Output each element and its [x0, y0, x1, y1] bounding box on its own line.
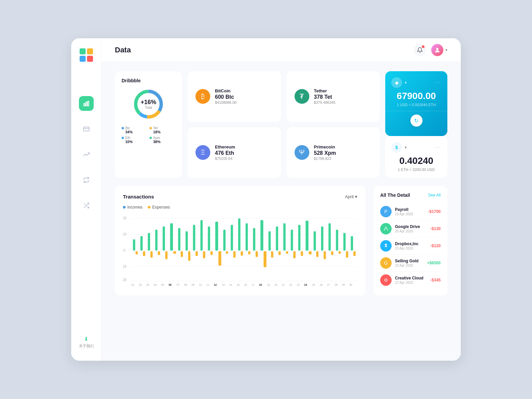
- svg-rect-45: [195, 251, 198, 256]
- svg-rect-77: [316, 251, 318, 257]
- svg-rect-7: [83, 127, 89, 131]
- payroll-info: Payroll 19 Apr 2020: [395, 207, 425, 216]
- donut-sub: Total: [141, 106, 157, 109]
- transactions-title: Transactions: [123, 194, 154, 200]
- sidebar-nav: [79, 96, 94, 336]
- svg-text:16: 16: [244, 283, 247, 287]
- svg-rect-87: [353, 251, 356, 256]
- primecoin-amount: 528 Xpm: [314, 150, 372, 156]
- eth-dots[interactable]: ···: [435, 80, 441, 86]
- svg-rect-68: [283, 223, 286, 251]
- crypto-grid: ₿ BitCoin 600 Btc $4108086.00 ₮ Tether: [187, 71, 380, 178]
- svg-text:21: 21: [282, 283, 285, 287]
- details-header: All The Detail See All: [380, 192, 441, 198]
- svg-text:01: 01: [132, 283, 135, 287]
- svg-text:03: 03: [146, 283, 149, 287]
- eth-rate: 1 USD = 0.002840 ETH: [391, 103, 441, 107]
- svg-rect-54: [231, 225, 233, 251]
- svg-rect-5: [86, 102, 87, 106]
- crypto-tether: ₮ Tether 378 Tet $379.486345: [286, 71, 380, 122]
- svg-text:02: 02: [139, 283, 142, 287]
- svg-rect-50: [215, 222, 218, 251]
- gold-name: Selling Gold: [395, 259, 424, 263]
- avatar-chevron: ▾: [445, 48, 447, 52]
- svg-text:10: 10: [199, 283, 202, 287]
- main-area: Data ▾: [101, 38, 461, 361]
- transactions-card: Transactions April ▾ Incomes: [115, 186, 365, 296]
- notification-bell[interactable]: [414, 44, 426, 56]
- svg-text:29: 29: [342, 283, 345, 287]
- sidebar-item-shuffle[interactable]: [79, 198, 94, 213]
- dribbble-title: Dribbble: [122, 78, 175, 83]
- gdrive-date: 20 Apr 2020: [395, 229, 427, 233]
- notification-dot: [422, 45, 425, 48]
- dropbox-date: 23 Apr 2020: [395, 247, 427, 250]
- user-avatar-container[interactable]: ▾: [431, 44, 447, 56]
- cc-date: 27 Apr 2020: [395, 281, 427, 284]
- transactions-chart: 20 10 0 -10 -20: [123, 214, 357, 287]
- svg-text:-20: -20: [123, 278, 127, 282]
- svg-rect-83: [339, 251, 341, 254]
- details-card: All The Detail See All P Payroll 19 Apr …: [373, 186, 447, 296]
- svg-rect-38: [170, 223, 173, 251]
- tether-amount: 378 Tet: [314, 94, 372, 100]
- eth-dropdown[interactable]: ▾: [405, 80, 407, 85]
- legend-tet: Tet 18%: [149, 126, 175, 134]
- ethereum-info: Ethereum 476 Eth $75155.64: [215, 144, 273, 161]
- svg-rect-49: [210, 251, 213, 255]
- svg-text:04: 04: [154, 283, 157, 287]
- svg-rect-1: [87, 48, 93, 54]
- usd-dropdown[interactable]: ▾: [405, 145, 407, 150]
- sidebar: ⬇ 关于我们: [71, 38, 101, 361]
- logo[interactable]: [79, 48, 94, 62]
- svg-point-119: [386, 280, 387, 281]
- svg-rect-31: [143, 251, 145, 256]
- legend-eth: Eth 10%: [122, 136, 147, 144]
- usd-dots[interactable]: ···: [435, 144, 441, 150]
- svg-rect-48: [208, 226, 210, 251]
- svg-rect-37: [165, 251, 168, 259]
- svg-rect-3: [87, 56, 93, 62]
- svg-text:27: 27: [327, 283, 330, 287]
- month-dropdown[interactable]: April ▾: [345, 194, 357, 199]
- exchange-swap-btn[interactable]: ↻: [410, 115, 423, 127]
- sidebar-item-trends[interactable]: [79, 147, 94, 162]
- svg-rect-61: [256, 251, 258, 257]
- svg-rect-78: [321, 226, 323, 251]
- donut-legend: Btc 34% Tet 18% Eth 10%: [122, 126, 175, 144]
- ethereum-amount: 476 Eth: [215, 150, 273, 156]
- svg-rect-32: [148, 233, 150, 251]
- dropbox-name: Dropbox,Inc: [395, 241, 427, 246]
- gold-date: 23 Apr 2020: [395, 264, 424, 267]
- gdrive-amount: -$130: [430, 226, 441, 231]
- page-title: Data: [115, 46, 131, 54]
- donut-chart: +16% Total: [132, 87, 165, 121]
- crypto-ethereum: Ξ Ethereum 476 Eth $75155.64: [187, 127, 281, 178]
- exchange-stack: ◆ ▾ ··· 67900.00 1 USD = 0.002840 ETH ↻: [385, 71, 447, 178]
- exchange-eth-card: ◆ ▾ ··· 67900.00 1 USD = 0.002840 ETH ↻: [385, 71, 447, 136]
- dribbble-card: Dribbble: [115, 71, 182, 178]
- sidebar-item-cards[interactable]: [79, 122, 94, 136]
- see-all-button[interactable]: See All: [428, 193, 441, 197]
- exchange-usd-card: $ ▾ ··· 0.40240 1 ETH = 3200.00 USD: [385, 136, 447, 178]
- primecoin-icon: Ψ: [295, 145, 309, 160]
- svg-text:14: 14: [229, 283, 232, 287]
- tether-usd: $379.486345: [314, 100, 372, 104]
- payroll-amount: -$1700: [428, 209, 441, 214]
- svg-line-11: [84, 203, 85, 205]
- ethereum-icon: Ξ: [195, 145, 210, 160]
- svg-text:05: 05: [161, 283, 164, 287]
- primecoin-info: Primecoin 528 Xpm $1798.822: [314, 144, 372, 161]
- svg-rect-70: [291, 230, 293, 251]
- svg-rect-52: [223, 230, 226, 251]
- header-actions: ▾: [414, 44, 447, 56]
- detail-dropbox: Dropbox,Inc 23 Apr 2020 -$120: [380, 237, 441, 255]
- gold-info: Selling Gold 23 Apr 2020: [395, 259, 424, 267]
- gold-amount: +$6500: [427, 261, 441, 265]
- svg-rect-84: [343, 233, 346, 251]
- svg-text:07: 07: [177, 283, 180, 287]
- svg-text:15: 15: [237, 283, 240, 287]
- header: Data ▾: [101, 38, 461, 62]
- sidebar-item-dashboard[interactable]: [79, 96, 94, 111]
- sidebar-item-exchange[interactable]: [79, 173, 94, 187]
